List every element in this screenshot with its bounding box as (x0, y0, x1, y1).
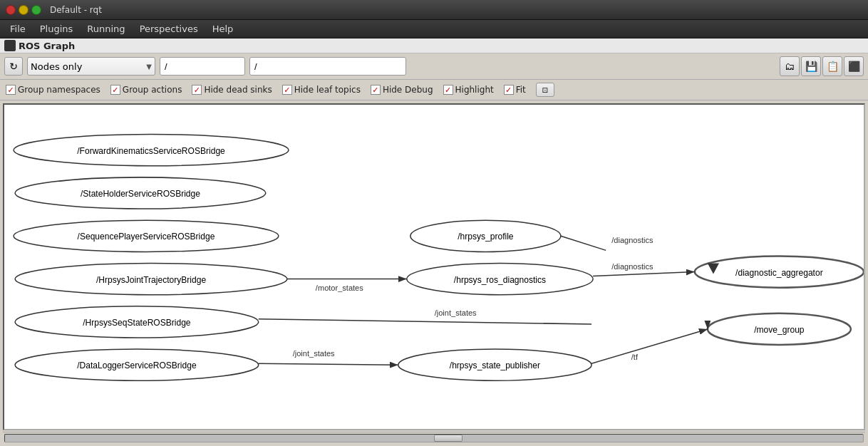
checkbox-hide-dead-sinks[interactable]: Hide dead sinks (192, 85, 272, 95)
checkbox-highlight[interactable]: Highlight (443, 85, 494, 95)
main-window: Default - rqt File Plugins Running Persp… (0, 0, 868, 446)
panel-header: ROS Graph (0, 38, 868, 53)
graph-svg: /ForwardKinematicsServiceROSBridge /Stat… (4, 105, 864, 429)
chevron-down-icon: ▼ (146, 63, 152, 71)
node-sh-bridge-label: /StateHolderServiceROSBridge (81, 189, 200, 199)
content-area: /ForwardKinematicsServiceROSBridge /Stat… (0, 100, 868, 446)
fit-icon: ⊡ (542, 86, 548, 94)
checkbox-fit-box[interactable] (504, 85, 514, 95)
checkbox-hide-dead-sinks-box[interactable] (192, 85, 202, 95)
checkbox-hide-debug[interactable]: Hide Debug (371, 85, 433, 95)
checkbox-fit-label: Fit (516, 85, 526, 95)
minimize-button[interactable] (19, 5, 29, 15)
copy-button[interactable]: 📋 (822, 56, 842, 76)
graph-panel[interactable]: /ForwardKinematicsServiceROSBridge /Stat… (3, 103, 865, 430)
edge-joint-states1-label: /joint_states (435, 308, 477, 317)
copy-icon: 📋 (827, 61, 839, 72)
checkbox-bar: Group namespaces Group actions Hide dead… (0, 80, 868, 100)
checkbox-hide-dead-sinks-label: Hide dead sinks (204, 85, 272, 95)
node-diag-aggregator-label: /diagnostic_aggregator (735, 268, 823, 278)
checkbox-group-actions[interactable]: Group actions (110, 85, 182, 95)
node-sp-bridge-label: /SequencePlayerServiceROSBridge (78, 232, 215, 242)
edge-tf (591, 329, 708, 363)
toolbar: ↻ Nodes only ▼ 🗂 💾 📋 ⬛ (0, 53, 868, 80)
node-fk-bridge-label: /ForwardKinematicsServiceROSBridge (77, 146, 225, 156)
checkbox-group-namespaces-label: Group namespaces (18, 85, 100, 95)
save-icon: 💾 (805, 61, 817, 72)
window-controls (6, 5, 41, 15)
node-hssrb-bridge-label: /HrpsysSeqStateROSBridge (83, 318, 191, 328)
menu-bar: File Plugins Running Perspectives Help (0, 20, 868, 38)
node-hrpsys-profile-label: /hrpsys_profile (458, 232, 514, 242)
save-button[interactable]: 💾 (801, 56, 821, 76)
edge-diag2-label: /diagnostics (611, 262, 653, 271)
maximize-button[interactable] (31, 5, 41, 15)
checkbox-hide-leaf-topics-label: Hide leaf topics (294, 85, 361, 95)
edge-motor-states-label: /motor_states (316, 284, 363, 292)
edge-diag2 (593, 272, 695, 276)
fit-button[interactable]: ⊡ (536, 83, 554, 97)
node-state-publisher-label: /hrpsys_state_publisher (450, 361, 540, 370)
filter1-input[interactable] (160, 57, 245, 76)
node-hrpsys-ros-diag-label: /hrpsys_ros_diagnostics (454, 275, 546, 285)
node-move-group-label: /move_group (754, 325, 805, 335)
scrollbar-bottom[interactable] (3, 432, 865, 443)
window-title: Default - rqt (50, 5, 102, 15)
node-hjtb-bridge-label: /HrpsysJointTrajectoryBridge (96, 275, 207, 285)
open-button[interactable]: 🗂 (780, 56, 800, 76)
checkbox-hide-debug-box[interactable] (371, 85, 381, 95)
menu-file[interactable]: File (3, 22, 33, 36)
checkbox-highlight-label: Highlight (455, 85, 494, 95)
edge-joint-states2 (259, 363, 398, 365)
title-bar: Default - rqt (0, 0, 868, 20)
checkbox-group-namespaces-box[interactable] (6, 85, 16, 95)
toolbar-icons: 🗂 💾 📋 ⬛ (780, 56, 864, 76)
menu-perspectives[interactable]: Perspectives (133, 22, 205, 36)
edge-diag1-label: /diagnostics (611, 236, 653, 244)
checkbox-hide-debug-label: Hide Debug (383, 85, 433, 95)
view-button[interactable]: ⬛ (844, 56, 864, 76)
checkbox-hide-leaf-topics-box[interactable] (282, 85, 292, 95)
checkbox-highlight-box[interactable] (443, 85, 453, 95)
node-dl-bridge-label: /DataLoggerServiceROSBridge (77, 361, 197, 370)
edge-joint-states1 (259, 319, 591, 324)
checkbox-fit[interactable]: Fit (504, 85, 526, 95)
edge-joint-states2-label: /joint_states (293, 349, 335, 358)
nodes-dropdown[interactable]: Nodes only ▼ (27, 57, 155, 76)
menu-running[interactable]: Running (80, 22, 132, 36)
edge-tf-label: /tf (631, 353, 639, 361)
scrollbar-thumb[interactable] (434, 435, 463, 442)
dropdown-value: Nodes only (31, 61, 82, 72)
checkbox-group-namespaces[interactable]: Group namespaces (6, 85, 100, 95)
checkbox-hide-leaf-topics[interactable]: Hide leaf topics (282, 85, 361, 95)
scrollbar-track[interactable] (4, 434, 864, 442)
edge-diag1 (561, 236, 606, 250)
ros-icon (4, 40, 16, 51)
checkbox-group-actions-label: Group actions (123, 85, 182, 95)
view-icon: ⬛ (848, 61, 860, 72)
panel-title: ROS Graph (19, 41, 75, 51)
menu-help[interactable]: Help (205, 22, 241, 36)
refresh-button[interactable]: ↻ (4, 57, 23, 76)
close-button[interactable] (6, 5, 16, 15)
checkbox-group-actions-box[interactable] (110, 85, 120, 95)
refresh-icon: ↻ (9, 61, 18, 72)
folder-icon: 🗂 (785, 61, 795, 72)
menu-plugins[interactable]: Plugins (33, 22, 81, 36)
filter2-input[interactable] (249, 57, 406, 76)
